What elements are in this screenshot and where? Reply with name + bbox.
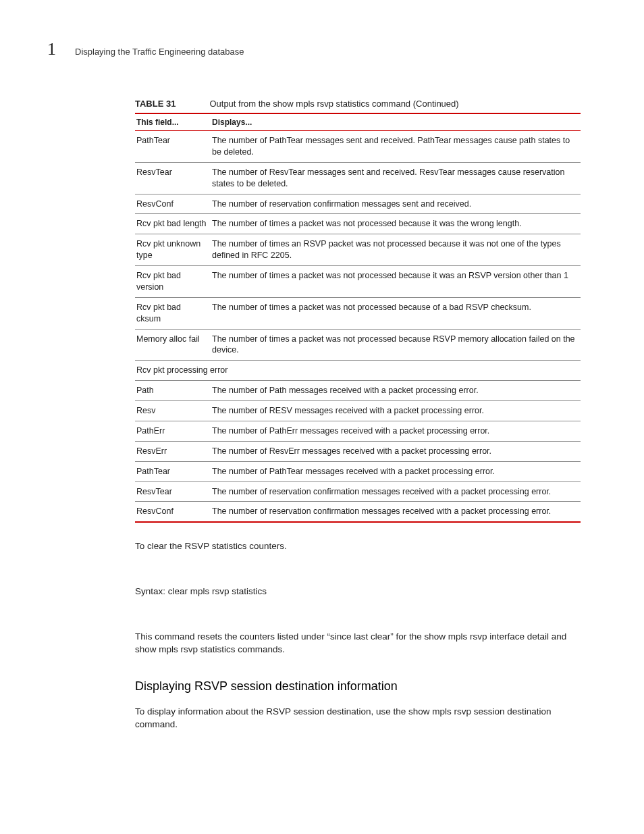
- table-title: Output from the show mpls rsvp statistic…: [209, 99, 458, 109]
- paragraph: To clear the RSVP statistics counters.: [135, 540, 581, 553]
- cell-desc: The number of times an RSVP packet was n…: [211, 234, 581, 266]
- cell-field: Path: [135, 381, 211, 401]
- cell-field: ResvTear: [135, 481, 211, 502]
- table-row: ResvConfThe number of reservation confir…: [135, 194, 581, 214]
- table-row: Rcv pkt bad lengthThe number of times a …: [135, 214, 581, 234]
- cell-field: ResvConf: [135, 194, 211, 214]
- cell-field: Rcv pkt bad version: [135, 266, 211, 298]
- table-row: Rcv pkt bad versionThe number of times a…: [135, 266, 581, 298]
- table-row: ResvTearThe number of ResvTear messages …: [135, 162, 581, 194]
- table-row: PathErrThe number of PathErr messages re…: [135, 421, 581, 441]
- chapter-number: 1: [47, 39, 56, 59]
- table-row: PathTearThe number of PathTear messages …: [135, 131, 581, 163]
- table-caption: TABLE 31 Output from the show mpls rsvp …: [135, 99, 581, 109]
- output-table: This field... Displays... PathTearThe nu…: [135, 113, 581, 523]
- table-row: ResvTearThe number of reservation confir…: [135, 481, 581, 502]
- cell-field: ResvTear: [135, 162, 211, 194]
- table-row: PathThe number of Path messages received…: [135, 381, 581, 401]
- paragraph: This command resets the counters listed …: [135, 631, 581, 656]
- table-row: ResvErrThe number of ResvErr messages re…: [135, 441, 581, 461]
- table-row: Rcv pkt bad cksumThe number of times a p…: [135, 297, 581, 329]
- syntax-line: Syntax: clear mpls rsvp statistics: [135, 585, 581, 598]
- cell-desc: The number of PathTear messages sent and…: [211, 131, 581, 163]
- table-row: PathTearThe number of PathTear messages …: [135, 461, 581, 481]
- running-title: Displaying the Traffic Engineering datab…: [75, 47, 244, 57]
- cell-desc: The number of Path messages received wit…: [211, 381, 581, 401]
- cell-desc: The number of reservation confirmation m…: [211, 502, 581, 522]
- table-label: TABLE 31: [135, 99, 176, 109]
- table-header-row: This field... Displays...: [135, 113, 581, 131]
- cell-field: PathTear: [135, 131, 211, 163]
- cell-desc: The number of RESV messages received wit…: [211, 401, 581, 421]
- table-row: Memory alloc failThe number of times a p…: [135, 329, 581, 361]
- cell-field: Rcv pkt unknown type: [135, 234, 211, 266]
- th-displays: Displays...: [211, 113, 581, 131]
- cell-field: ResvConf: [135, 502, 211, 522]
- content-column: TABLE 31 Output from the show mpls rsvp …: [135, 99, 581, 731]
- cell-field: Rcv pkt bad length: [135, 214, 211, 234]
- page: 1 Displaying the Traffic Engineering dat…: [0, 0, 644, 758]
- cell-desc: The number of PathTear messages received…: [211, 461, 581, 481]
- cell-desc: The number of times a packet was not pro…: [211, 266, 581, 298]
- cell-field: Rcv pkt bad cksum: [135, 297, 211, 329]
- cell-field: Resv: [135, 401, 211, 421]
- cell-desc: The number of reservation confirmation m…: [211, 194, 581, 214]
- cell-desc: The number of times a packet was not pro…: [211, 297, 581, 329]
- cell-desc: The number of ResvTear messages sent and…: [211, 162, 581, 194]
- table-row: ResvConfThe number of reservation confir…: [135, 502, 581, 522]
- cell-section: Rcv pkt processing error: [135, 361, 581, 381]
- cell-field: PathTear: [135, 461, 211, 481]
- section-heading: Displaying RSVP session destination info…: [135, 679, 581, 694]
- table-row: ResvThe number of RESV messages received…: [135, 401, 581, 421]
- table-row: Rcv pkt unknown typeThe number of times …: [135, 234, 581, 266]
- cell-desc: The number of PathErr messages received …: [211, 421, 581, 441]
- running-header: 1 Displaying the Traffic Engineering dat…: [47, 39, 597, 59]
- cell-desc: The number of times a packet was not pro…: [211, 329, 581, 361]
- cell-field: PathErr: [135, 421, 211, 441]
- cell-desc: The number of reservation confirmation m…: [211, 481, 581, 502]
- cell-desc: The number of ResvErr messages received …: [211, 441, 581, 461]
- paragraph: To display information about the RSVP se…: [135, 706, 581, 731]
- table-section-row: Rcv pkt processing error: [135, 361, 581, 381]
- cell-field: ResvErr: [135, 441, 211, 461]
- th-field: This field...: [135, 113, 211, 131]
- cell-desc: The number of times a packet was not pro…: [211, 214, 581, 234]
- cell-field: Memory alloc fail: [135, 329, 211, 361]
